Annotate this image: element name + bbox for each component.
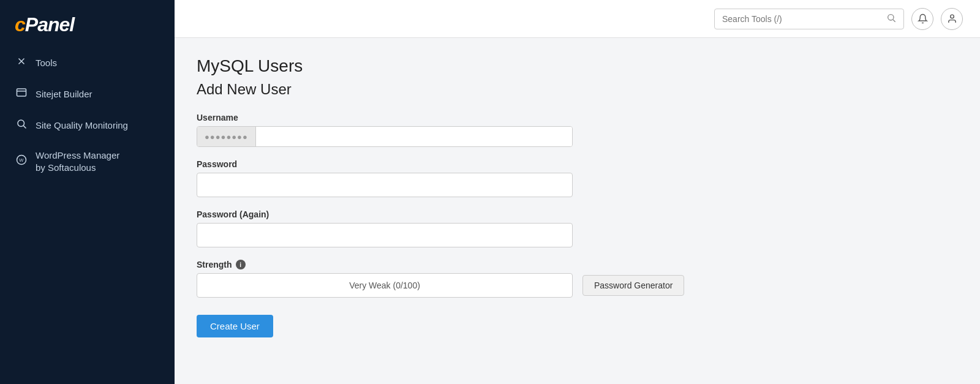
username-input-wrapper: ●●●●●●●● <box>197 126 573 147</box>
sidebar-item-tools-label: Tools <box>36 57 57 69</box>
sidebar-logo: cPanel <box>0 0 175 47</box>
sidebar-item-sitejet-label: Sitejet Builder <box>36 88 92 100</box>
strength-field-group: Strength i Very Weak (0/100) Password Ge… <box>197 260 958 298</box>
strength-info-icon[interactable]: i <box>236 260 246 269</box>
logo-text: cPanel <box>15 13 74 36</box>
sidebar-item-wordpress[interactable]: W WordPress Managerby Softaculous <box>0 141 175 182</box>
username-prefix: ●●●●●●●● <box>197 127 256 146</box>
username-field-group: Username ●●●●●●●● <box>197 113 958 147</box>
svg-line-5 <box>23 126 26 128</box>
password-again-label: Password (Again) <box>197 209 958 219</box>
sidebar: cPanel Tools Sitejet Builder Site Qualit… <box>0 0 175 384</box>
top-header <box>175 0 980 38</box>
username-input[interactable] <box>256 127 572 146</box>
sidebar-item-tools[interactable]: Tools <box>0 47 175 78</box>
main-content: MySQL Users Add New User Username ●●●●●●… <box>175 38 980 384</box>
svg-point-10 <box>950 15 954 18</box>
search-icon <box>886 13 896 25</box>
password-label: Password <box>197 159 958 169</box>
page-title: MySQL Users <box>197 56 958 76</box>
svg-line-9 <box>893 20 895 22</box>
username-label: Username <box>197 113 958 122</box>
tools-icon <box>15 56 28 70</box>
create-user-button[interactable]: Create User <box>197 315 273 337</box>
sidebar-item-site-quality-label: Site Quality Monitoring <box>36 119 128 132</box>
section-title: Add New User <box>197 81 958 98</box>
password-generator-button[interactable]: Password Generator <box>582 275 684 296</box>
sitejet-icon <box>15 87 28 101</box>
search-input[interactable] <box>722 14 881 24</box>
svg-text:W: W <box>19 157 24 163</box>
strength-label: Strength <box>197 260 232 269</box>
sidebar-item-sitejet[interactable]: Sitejet Builder <box>0 78 175 110</box>
password-input[interactable] <box>197 173 573 197</box>
svg-rect-2 <box>17 89 26 96</box>
svg-point-4 <box>18 120 24 127</box>
password-again-input[interactable] <box>197 223 573 247</box>
password-field-group: Password <box>197 159 958 197</box>
user-account-button[interactable] <box>941 8 963 30</box>
strength-value: Very Weak (0/100) <box>349 280 420 290</box>
strength-bar: Very Weak (0/100) <box>197 273 573 298</box>
search-wrapper[interactable] <box>714 9 904 29</box>
wordpress-icon: W <box>15 154 28 168</box>
notifications-button[interactable] <box>911 8 933 30</box>
svg-point-8 <box>888 14 894 20</box>
sidebar-item-wordpress-label: WordPress Managerby Softaculous <box>36 149 119 173</box>
sidebar-item-site-quality[interactable]: Site Quality Monitoring <box>0 110 175 141</box>
site-quality-icon <box>15 118 28 132</box>
password-again-field-group: Password (Again) <box>197 209 958 247</box>
main-area: MySQL Users Add New User Username ●●●●●●… <box>175 0 980 384</box>
